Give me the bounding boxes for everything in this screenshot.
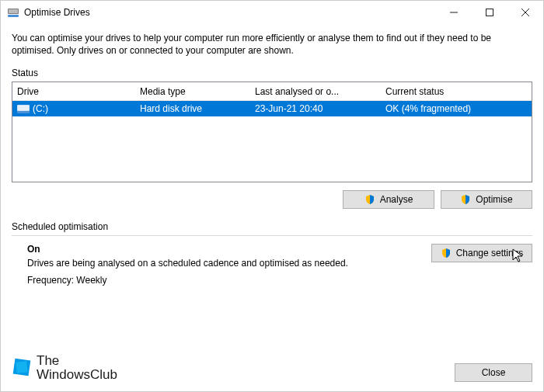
col-drive-header[interactable]: Drive (12, 86, 135, 97)
svg-rect-8 (18, 106, 29, 110)
shield-icon (364, 194, 375, 205)
drive-icon (17, 103, 30, 114)
shield-icon (441, 248, 452, 258)
watermark-icon (12, 357, 32, 380)
scheduled-desc: Drives are being analysed on a scheduled… (27, 258, 431, 269)
analyse-label: Analyse (380, 194, 413, 205)
window-title: Optimise Drives (24, 7, 90, 18)
change-settings-button[interactable]: Change settings (431, 244, 532, 262)
table-header: Drive Media type Last analysed or o... C… (12, 82, 532, 101)
cell-last: 23-Jun-21 20:40 (250, 103, 381, 114)
close-button[interactable]: Close (455, 363, 532, 382)
close-window-button[interactable] (507, 1, 543, 24)
table-row[interactable]: (C:) Hard disk drive 23-Jun-21 20:40 OK … (12, 101, 532, 116)
svg-rect-4 (486, 9, 493, 16)
app-icon (7, 6, 19, 19)
status-label: Status (12, 68, 532, 78)
shield-icon (460, 194, 471, 205)
scheduled-label: Scheduled optimisation (12, 221, 532, 232)
optimise-label: Optimise (476, 194, 512, 205)
svg-rect-1 (9, 9, 18, 13)
cell-media: Hard disk drive (135, 103, 250, 114)
scheduled-freq: Frequency: Weekly (27, 275, 431, 286)
svg-rect-9 (17, 111, 30, 113)
maximize-button[interactable] (472, 1, 507, 24)
divider (12, 235, 532, 236)
watermark-line2: WindowsClub (37, 367, 117, 382)
watermark: The WindowsClub (12, 354, 455, 382)
scheduled-on: On (27, 244, 431, 255)
col-media-header[interactable]: Media type (135, 86, 250, 97)
intro-text: You can optimise your drives to help you… (12, 32, 532, 57)
col-last-header[interactable]: Last analysed or o... (250, 86, 381, 97)
drives-table: Drive Media type Last analysed or o... C… (12, 82, 532, 182)
optimise-button[interactable]: Optimise (441, 190, 532, 209)
cell-drive: (C:) (33, 103, 48, 114)
svg-rect-2 (8, 15, 19, 17)
titlebar: Optimise Drives (1, 1, 543, 24)
cell-status: OK (4% fragmented) (381, 103, 532, 114)
col-status-header[interactable]: Current status (381, 86, 532, 97)
watermark-line1: The (37, 354, 117, 368)
analyse-button[interactable]: Analyse (343, 190, 434, 209)
close-label: Close (482, 367, 506, 378)
minimize-button[interactable] (436, 1, 472, 24)
svg-rect-11 (16, 361, 27, 373)
change-settings-label: Change settings (456, 248, 524, 258)
